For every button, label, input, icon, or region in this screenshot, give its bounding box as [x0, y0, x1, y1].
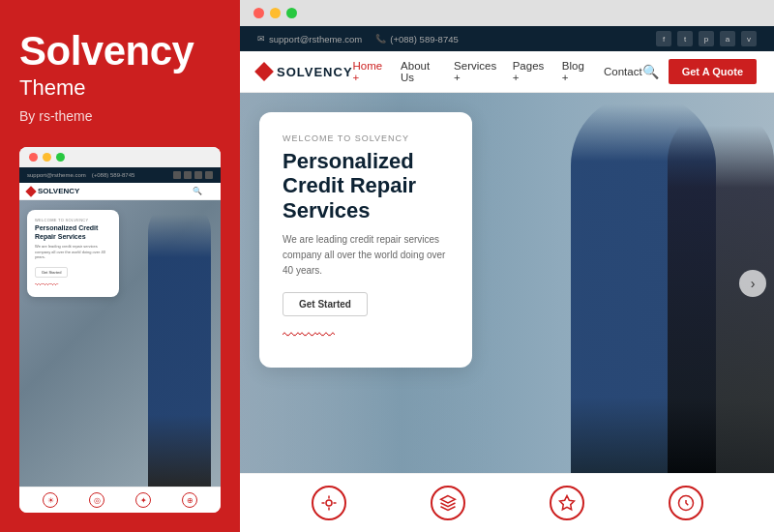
hero-main-title: Personalized Credit Repair Services	[283, 149, 449, 222]
desktop-bottom-icons	[240, 473, 774, 532]
bottom-icon-item-2	[431, 486, 465, 520]
browser-dot-red	[253, 8, 264, 18]
mini-icon-3: ✦	[135, 492, 151, 508]
social-facebook[interactable]: f	[656, 31, 671, 46]
mini-icon-4: ⊕	[182, 492, 197, 508]
nav-home[interactable]: Home +	[353, 60, 386, 83]
mini-topbar-right	[173, 171, 213, 179]
mini-logo-diamond	[25, 186, 36, 196]
desktop-nav-links: Home + About Us Services + Pages + Blog …	[353, 60, 642, 83]
mini-welcome-text: WELCOME TO SOLVENCY	[35, 218, 111, 222]
nav-blog[interactable]: Blog +	[562, 60, 588, 83]
mini-topbar: support@rstheme.com (+088) 589-8745	[19, 167, 221, 183]
desktop-topbar-right: f t p a v	[656, 31, 757, 46]
mini-wave: 〰〰〰	[35, 281, 111, 289]
mini-icon-1: ☀	[43, 492, 58, 508]
desktop-logo: SOLVENCY	[257, 65, 353, 79]
logo-diamond-icon	[254, 62, 274, 81]
browser-titlebar	[240, 0, 774, 26]
bottom-icon-circle-2	[431, 486, 465, 520]
social-pinterest[interactable]: p	[699, 31, 714, 46]
nav-services[interactable]: Services +	[454, 60, 497, 83]
mini-hero: WELCOME TO SOLVENCY Personalized Credit …	[19, 200, 221, 487]
social-vimeo[interactable]: v	[741, 31, 757, 46]
brand-subtitle: Theme	[19, 75, 221, 101]
mini-social-f	[173, 171, 181, 179]
mini-social-p	[194, 171, 202, 179]
mini-icon-circle-3: ✦	[135, 492, 151, 508]
mini-social-t	[184, 171, 192, 179]
mini-icon-circle-2: ◎	[89, 492, 104, 508]
desktop-logo-text: SOLVENCY	[277, 65, 353, 79]
mini-nav: SOLVENCY 🔍 ⊞	[19, 183, 221, 200]
bottom-icon-item-3	[550, 486, 584, 520]
search-icon[interactable]: 🔍	[642, 64, 659, 79]
desktop-nav: SOLVENCY Home + About Us Services + Page…	[240, 51, 774, 93]
mini-logo: SOLVENCY	[27, 187, 79, 195]
mini-logo-text: SOLVENCY	[38, 187, 79, 195]
mini-browser-preview: support@rstheme.com (+088) 589-8745 SOLV…	[19, 147, 221, 513]
mini-social-v	[205, 171, 213, 179]
mini-search-icon[interactable]: 🔍	[193, 187, 202, 195]
left-panel: Solvency Theme By rs-theme support@rsthe…	[0, 0, 240, 532]
email-icon: ✉	[257, 34, 265, 44]
desktop-topbar: ✉ support@rstheme.com 📞 (+088) 589-8745 …	[240, 26, 774, 51]
mini-hero-title: Personalized Credit Repair Services	[35, 224, 111, 241]
topbar-phone-item: 📞 (+088) 589-8745	[375, 34, 459, 44]
mini-icon-circle-4: ⊕	[182, 492, 197, 508]
bottom-icon-item-1	[312, 486, 346, 520]
slider-next-arrow[interactable]: ›	[739, 270, 766, 297]
right-panel: ✉ support@rstheme.com 📞 (+088) 589-8745 …	[240, 0, 774, 532]
social-twitter[interactable]: t	[677, 31, 693, 46]
nav-pages[interactable]: Pages +	[513, 60, 547, 83]
svg-marker-5	[559, 496, 574, 510]
mini-icon-2: ◎	[89, 492, 104, 508]
bottom-icon-item-4	[669, 486, 703, 520]
hero-wave-decoration: 〰〰〰	[283, 326, 449, 346]
mini-grid-icon[interactable]: ⊞	[206, 187, 213, 195]
desktop-hero: WELCOME TO SOLVENCY Personalized Credit …	[240, 93, 774, 473]
mini-person	[148, 200, 211, 487]
mini-dot-red	[29, 153, 38, 162]
mini-hero-card: WELCOME TO SOLVENCY Personalized Credit …	[27, 210, 119, 297]
mini-email: support@rstheme.com	[27, 172, 86, 178]
brand-by: By rs-theme	[19, 108, 221, 124]
get-quote-button[interactable]: Get A Quote	[669, 59, 757, 84]
social-instagram[interactable]: a	[720, 31, 735, 46]
svg-point-0	[326, 500, 332, 506]
bottom-icon-circle-3	[550, 486, 584, 520]
topbar-phone: (+088) 589-8745	[390, 34, 459, 44]
mini-phone: (+088) 589-8745	[92, 172, 135, 178]
topbar-email-item: ✉ support@rstheme.com	[257, 34, 362, 44]
bottom-icon-circle-4	[669, 486, 703, 520]
mini-titlebar	[19, 147, 221, 167]
hero-welcome-text: WELCOME TO SOLVENCY	[283, 133, 449, 143]
mini-get-started-button[interactable]: Get Started	[35, 267, 68, 278]
hero-description: We are leading credit repair services co…	[283, 232, 449, 279]
hero-get-started-button[interactable]: Get Started	[283, 292, 368, 316]
browser-dot-green	[286, 8, 297, 18]
phone-icon: 📞	[375, 34, 386, 44]
mini-icon-circle-1: ☀	[43, 492, 58, 508]
mini-dot-green	[56, 153, 65, 162]
desktop-nav-actions: 🔍 Get A Quote	[642, 59, 757, 84]
mini-topbar-left: support@rstheme.com (+088) 589-8745	[27, 172, 134, 178]
nav-about[interactable]: About Us	[401, 60, 438, 83]
brand-title: Solvency	[19, 29, 221, 74]
browser-dot-yellow	[270, 8, 281, 18]
topbar-email: support@rstheme.com	[269, 34, 362, 44]
bottom-icon-circle-1	[312, 486, 346, 520]
desktop-topbar-left: ✉ support@rstheme.com 📞 (+088) 589-8745	[257, 34, 459, 44]
mini-footer-icons: ☀ ◎ ✦ ⊕	[19, 487, 221, 513]
hero-card: WELCOME TO SOLVENCY Personalized Credit …	[259, 112, 472, 368]
mini-hero-desc: We are leading credit repair services co…	[35, 244, 111, 260]
browser-content: ✉ support@rstheme.com 📞 (+088) 589-8745 …	[240, 26, 774, 532]
nav-contact[interactable]: Contact	[604, 66, 642, 77]
mini-dot-yellow	[43, 153, 51, 162]
